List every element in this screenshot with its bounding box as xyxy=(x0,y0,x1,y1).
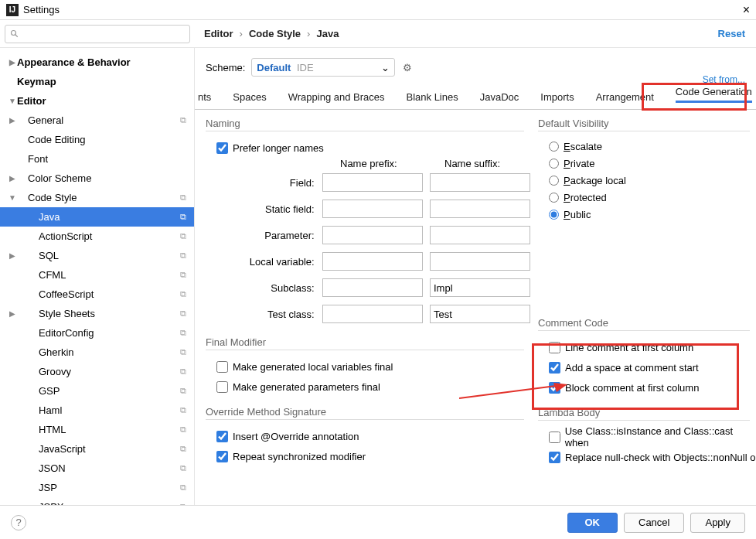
sidebar-item-code-editing[interactable]: Code Editing xyxy=(0,130,194,149)
prefix-input-5[interactable] xyxy=(322,305,423,323)
sidebar-item-general[interactable]: ▶General⧉ xyxy=(0,111,194,130)
sidebar-item-actionscript[interactable]: ActionScript⧉ xyxy=(0,227,194,246)
class-isinstance-checkbox[interactable] xyxy=(549,432,560,443)
copy-icon: ⧉ xyxy=(180,502,186,505)
apply-button[interactable]: Apply xyxy=(690,513,745,533)
cancel-button[interactable]: Cancel xyxy=(624,513,684,533)
prefix-input-2[interactable] xyxy=(322,226,423,244)
app-icon: IJ xyxy=(6,4,19,16)
copy-icon: ⧉ xyxy=(180,483,186,493)
copy-icon: ⧉ xyxy=(180,115,186,125)
suffix-input-1[interactable] xyxy=(430,200,530,218)
ok-button[interactable]: OK xyxy=(567,513,618,533)
suffix-input-2[interactable] xyxy=(430,226,530,244)
sidebar-item-sql[interactable]: ▶SQL⧉ xyxy=(0,246,194,265)
section-visibility: Default Visibility xyxy=(538,118,750,131)
sidebar-item-keymap[interactable]: Keymap xyxy=(0,72,194,91)
prefix-input-1[interactable] xyxy=(322,200,423,218)
copy-icon: ⧉ xyxy=(180,231,186,241)
local-vars-final-checkbox[interactable] xyxy=(216,361,228,373)
insert-override-checkbox[interactable] xyxy=(216,431,228,442)
sidebar-item-groovy[interactable]: Groovy⧉ xyxy=(0,362,194,381)
section-naming: Naming xyxy=(206,118,524,131)
section-final: Final Modifier xyxy=(206,336,524,350)
sidebar-item-gherkin[interactable]: Gherkin⧉ xyxy=(0,343,194,362)
copy-icon: ⧉ xyxy=(180,212,186,222)
copy-icon: ⧉ xyxy=(180,193,186,203)
tree-arrow-icon: ▶ xyxy=(8,174,17,183)
sidebar-item-javascript[interactable]: JavaScript⧉ xyxy=(0,439,194,459)
prefix-input-3[interactable] xyxy=(322,252,423,271)
suffix-input-4[interactable] xyxy=(430,278,530,297)
scheme-label: Scheme: xyxy=(206,62,245,73)
copy-icon: ⧉ xyxy=(180,405,186,415)
suffix-input-3[interactable] xyxy=(430,252,530,271)
search-icon xyxy=(10,29,19,39)
visibility-package-local-radio[interactable] xyxy=(549,176,559,186)
sidebar-item-jsp[interactable]: JSP⧉ xyxy=(0,478,194,497)
params-final-checkbox[interactable] xyxy=(216,381,228,393)
set-from-link[interactable]: Set from... xyxy=(703,74,745,85)
line-comment-first-col-checkbox[interactable] xyxy=(549,342,560,353)
prefer-longer-names-checkbox[interactable] xyxy=(216,142,228,154)
section-comment: Comment Code xyxy=(538,317,750,331)
sidebar-item-jspx[interactable]: JSPX⧉ xyxy=(0,497,194,505)
replace-null-check-checkbox[interactable] xyxy=(549,452,560,463)
tab-arrangement[interactable]: Arrangement xyxy=(585,87,665,109)
copy-icon: ⧉ xyxy=(180,309,186,319)
tab-wrapping-and-braces[interactable]: Wrapping and Braces xyxy=(278,87,396,109)
sidebar-item-style-sheets[interactable]: ▶Style Sheets⧉ xyxy=(0,304,194,323)
copy-icon: ⧉ xyxy=(180,347,186,357)
prefix-input-0[interactable] xyxy=(322,173,423,192)
sidebar-item-haml[interactable]: Haml⧉ xyxy=(0,401,194,420)
copy-icon: ⧉ xyxy=(180,463,186,473)
tree-arrow-icon: ▶ xyxy=(8,58,17,67)
copy-icon: ⧉ xyxy=(180,270,186,280)
visibility-public-radio[interactable] xyxy=(549,210,559,220)
tab-javadoc[interactable]: JavaDoc xyxy=(469,87,530,109)
suffix-input-0[interactable] xyxy=(430,173,530,192)
sidebar-item-code-style[interactable]: ▼Code Style⧉ xyxy=(0,188,194,207)
svg-line-1 xyxy=(15,34,18,36)
sidebar-item-json[interactable]: JSON⧉ xyxy=(0,459,194,478)
tab-imports[interactable]: Imports xyxy=(530,87,584,109)
sidebar-item-gsp[interactable]: GSP⧉ xyxy=(0,381,194,401)
visibility-protected-radio[interactable] xyxy=(549,193,559,203)
chevron-down-icon: ⌄ xyxy=(381,62,390,73)
repeat-sync-checkbox[interactable] xyxy=(216,451,228,462)
help-button[interactable]: ? xyxy=(11,515,26,530)
sidebar-item-color-scheme[interactable]: ▶Color Scheme xyxy=(0,169,194,188)
svg-point-0 xyxy=(12,30,16,35)
suffix-input-5[interactable] xyxy=(430,305,530,323)
tree-arrow-icon: ▼ xyxy=(8,193,17,202)
reset-link[interactable]: Reset xyxy=(718,28,756,39)
tab-blank-lines[interactable]: Blank Lines xyxy=(396,87,469,109)
sidebar-item-cfml[interactable]: CFML⧉ xyxy=(0,265,194,285)
tree-arrow-icon: ▼ xyxy=(8,97,17,105)
sidebar-item-editorconfig[interactable]: EditorConfig⧉ xyxy=(0,323,194,343)
sidebar-item-editor[interactable]: ▼Editor xyxy=(0,91,194,111)
sidebar-item-appearance-behavior[interactable]: ▶Appearance & Behavior xyxy=(0,53,194,72)
sidebar-item-font[interactable]: Font xyxy=(0,149,194,169)
search-input[interactable] xyxy=(5,25,190,43)
sidebar-item-coffeescript[interactable]: CoffeeScript⧉ xyxy=(0,285,194,304)
prefix-input-4[interactable] xyxy=(322,278,423,297)
block-comment-first-col-checkbox[interactable] xyxy=(549,382,560,394)
tree-arrow-icon: ▶ xyxy=(8,251,17,260)
section-override: Override Method Signature xyxy=(206,406,524,420)
section-lambda: Lambda Body xyxy=(538,407,750,421)
sidebar-item-html[interactable]: HTML⧉ xyxy=(0,420,194,439)
visibility-private-radio[interactable] xyxy=(549,159,559,169)
copy-icon: ⧉ xyxy=(180,289,186,299)
visibility-escalate-radio[interactable] xyxy=(549,142,559,152)
tab-code-generation[interactable]: Code Generation xyxy=(665,87,756,109)
copy-icon: ⧉ xyxy=(180,444,186,454)
tab-nts[interactable]: nts xyxy=(195,87,222,109)
space-at-comment-start-checkbox[interactable] xyxy=(549,362,560,374)
copy-icon: ⧉ xyxy=(180,386,186,396)
scheme-select[interactable]: Default IDE ⌄ xyxy=(251,58,395,77)
sidebar-item-java[interactable]: Java⧉ xyxy=(0,207,194,227)
tab-spaces[interactable]: Spaces xyxy=(222,87,277,109)
gear-icon[interactable]: ⚙ xyxy=(403,62,412,73)
close-icon[interactable]: × xyxy=(743,3,750,17)
